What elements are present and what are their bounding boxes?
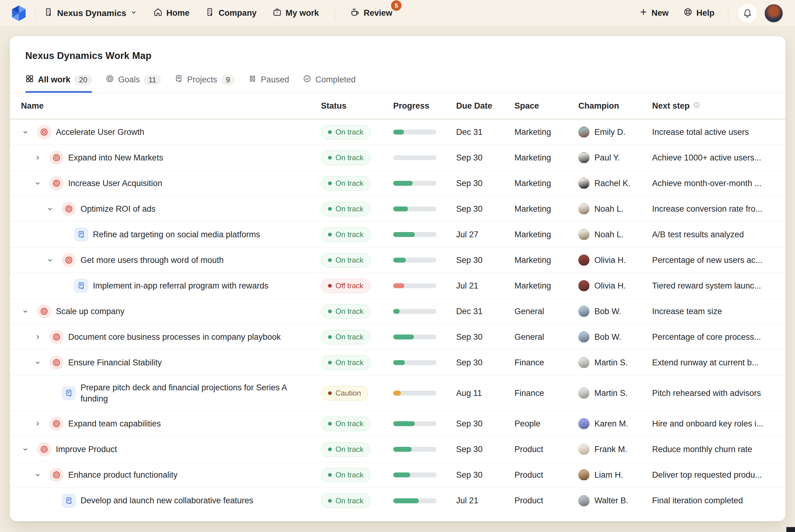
progress-bar [393,130,436,135]
progress-bar [393,258,436,263]
table-row[interactable]: Get more users through word of mouth On … [10,247,785,273]
check-circle-icon [303,74,311,85]
chevron-down-icon[interactable] [46,256,54,264]
chevron-right-icon[interactable] [34,154,41,162]
tab-bar: All work 20 Goals 11 Projects 9 Paused C… [10,74,785,93]
info-icon[interactable] [693,101,700,111]
chevron-down-icon[interactable] [22,128,29,136]
space-label: Product [514,496,578,506]
table-row[interactable]: Implement in-app referral program with r… [10,273,785,299]
goal-target-icon [62,202,76,216]
due-date: Sep 30 [456,179,514,188]
plus-icon [639,8,648,19]
nav-item-company[interactable]: Company [206,7,257,19]
champion-avatar [578,254,589,266]
chevron-down-icon[interactable] [46,205,54,213]
champion-avatar [578,280,589,291]
status-badge: On track [321,125,371,139]
table-row[interactable]: Accelerate User Growth On track Dec 31 M… [10,119,785,145]
table-row[interactable]: Develop and launch new collaborative fea… [10,488,785,513]
table-row[interactable]: Optimize ROI of ads On track Sep 30 Mark… [10,196,785,222]
tab-goals[interactable]: Goals 11 [106,74,161,93]
champion-name: Olivia H. [594,281,626,291]
champion-name: Noah L. [594,204,624,214]
space-label: General [514,307,578,316]
chevron-down-icon[interactable] [34,359,41,366]
nav-item-my-work[interactable]: My work [272,7,319,19]
due-date: Sep 30 [456,445,514,454]
next-step: Hire and onboard key roles i... [652,419,785,429]
space-label: Product [514,470,578,480]
table-row[interactable]: Improve Product On track Sep 30 Product … [10,437,785,462]
help-button[interactable]: Help [683,7,715,19]
next-step: Percentage of new users ac... [652,255,785,265]
table-row[interactable]: Increase User Acquisition On track Sep 3… [10,171,785,196]
nav-item-review[interactable]: Review 5 [350,7,392,19]
champion-name: Walter B. [594,496,628,506]
lifebuoy-icon [683,7,693,19]
status-badge: On track [321,493,371,508]
user-avatar[interactable] [764,4,783,23]
tab-all-work[interactable]: All work 20 [25,74,92,93]
status-badge: On track [321,227,371,242]
next-step: Pitch rehearsed with advisors [652,388,785,398]
champion-name: Noah L. [594,230,624,240]
due-date: Sep 30 [456,419,514,429]
new-button[interactable]: New [639,8,669,19]
table-row[interactable]: Expand team capabilities On track Sep 30… [10,411,785,437]
nav-item-home[interactable]: Home [153,7,189,19]
notifications-button[interactable] [738,3,757,23]
due-date: Sep 30 [456,358,514,367]
champion-avatar [578,469,589,480]
next-step: Deliver top requested produ... [652,470,785,480]
goal-target-icon [37,442,51,456]
table-row[interactable]: Enhance product functionality On track S… [10,462,785,488]
status-badge: On track [321,356,371,370]
chevron-down-icon[interactable] [22,308,29,315]
chevron-down-icon[interactable] [34,179,41,187]
tab-completed[interactable]: Completed [303,74,356,93]
org-switcher[interactable]: Nexus Dynamics [44,7,137,19]
item-name: Implement in-app referral program with r… [93,280,268,291]
champion-avatar [578,495,589,507]
due-date: Jul 21 [456,281,514,291]
table-row[interactable]: Refine ad targeting on social media plat… [10,222,785,247]
status-badge: On track [321,304,371,319]
progress-bar [393,335,436,339]
due-date: Jul 27 [456,230,514,240]
table-row[interactable]: Expand into New Markets On track Sep 30 … [10,145,785,171]
status-badge: On track [321,253,371,268]
building-icon [44,7,53,19]
chevron-right-icon[interactable] [34,420,41,428]
item-name: Develop and launch new collaborative fea… [80,495,253,506]
table-row[interactable]: Prepare pitch deck and financial project… [10,376,785,411]
space-label: People [514,419,578,429]
progress-bar [393,421,436,426]
due-date: Sep 30 [456,153,514,163]
due-date: Sep 30 [456,332,514,342]
goal-target-icon [50,330,63,344]
chevron-right-icon[interactable] [34,333,41,341]
tab-projects[interactable]: Projects 9 [174,74,234,93]
table-row[interactable]: Ensure Financial Stability On track Sep … [10,350,785,376]
column-header-name: Name [10,101,321,111]
tab-paused[interactable]: Paused [248,74,289,93]
item-name: Refine ad targeting on social media plat… [93,229,260,240]
champion-avatar [578,357,589,368]
column-header-champion: Champion [578,101,652,111]
champion-name: Karen M. [594,419,628,429]
tab-count: 11 [144,75,161,85]
goal-target-icon [37,304,51,319]
table-row[interactable]: Document core business processes in comp… [10,324,785,350]
chevron-down-icon[interactable] [34,471,41,479]
table-row[interactable]: Scale up company On track Dec 31 General… [10,299,785,324]
app-logo-icon[interactable] [12,5,26,21]
due-date: Sep 30 [456,470,514,480]
status-badge: On track [321,330,371,344]
due-date: Dec 31 [456,307,514,316]
chevron-down-icon[interactable] [22,445,29,453]
item-name: Prepare pitch deck and financial project… [80,382,314,404]
champion-avatar [578,178,589,189]
item-name: Optimize ROI of ads [80,203,155,214]
item-name: Expand team capabilities [68,418,161,429]
